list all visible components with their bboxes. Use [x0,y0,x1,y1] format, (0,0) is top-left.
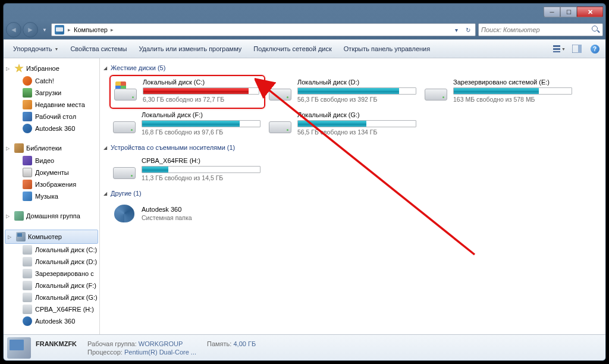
preview-pane-button[interactable] [570,42,584,55]
address-dropdown[interactable]: ▾ [450,24,462,36]
drive-caption: 11,3 ГБ свободно из 14,5 ГБ [142,174,260,181]
sidebar-item-desktop[interactable]: Рабочий стол [4,111,99,123]
navigation-pane: ▷Избранное Catch! Загрузки Недавние мест… [4,58,100,334]
chevron-down-icon: ▼ [561,47,566,51]
drive-caption: 6,30 ГБ свободно из 72,7 ГБ [143,96,259,103]
sidebar-item-documents[interactable]: Документы [4,167,99,178]
content-pane[interactable]: ◢Жесткие диски (5) Локальный диск (C:)6,… [100,58,605,334]
section-header-removable[interactable]: ◢Устройства со съемными носителями (1) [103,140,605,155]
star-icon [14,64,24,73]
sidebar-item-drive-e[interactable]: Зарезервировано с [4,268,99,280]
document-icon [23,168,32,177]
open-control-panel-button[interactable]: Открыть панель управления [338,43,436,55]
maximize-button[interactable]: ☐ [560,7,577,17]
sidebar-item-videos[interactable]: Видео [4,155,99,167]
collapse-icon[interactable]: ◢ [103,191,107,196]
section-header-hdd[interactable]: ◢Жесткие диски (5) [103,61,605,75]
sidebar-group-libraries[interactable]: ▷Библиотеки [4,142,99,155]
search-input[interactable] [481,26,592,33]
drive-name: Зарезервировано системой (E:) [453,79,572,86]
capacity-bar [142,120,260,127]
sidebar-item-drive-c[interactable]: Локальный диск (C:) [4,244,99,256]
close-button[interactable]: ✕ [577,7,603,17]
sidebar-item-drive-f[interactable]: Локальный диск (F:) [4,280,99,291]
drive-c[interactable]: Локальный диск (C:)6,30 ГБ свободно из 7… [109,75,265,109]
music-icon [23,192,32,201]
refresh-button[interactable]: ↻ [462,24,474,36]
search-icon [592,26,600,34]
drive-name: CPBA_X64FRE (H:) [142,157,260,164]
search-box[interactable] [478,23,603,36]
breadcrumb-item[interactable]: Компьютер [73,26,109,33]
back-button[interactable]: ◄ [6,22,21,37]
section-header-other[interactable]: ◢Другие (1) [103,186,605,200]
details-pane: FRANKMZFK Рабочая группа: WORKGROUP Памя… [4,334,605,360]
breadcrumb[interactable]: ▸ Компьютер ▸ [66,26,115,33]
libraries-icon [14,143,24,153]
titlebar[interactable]: ─ ☐ ✕ [4,4,605,20]
chevron-right-icon: ▸ [66,27,73,33]
address-bar[interactable]: ▸ Компьютер ▸ ▾ ↻ [51,23,476,36]
collapse-icon[interactable]: ◢ [103,65,107,71]
view-icon [553,45,560,53]
sidebar-item-drive-d[interactable]: Локальный диск (D:) [4,256,99,268]
capacity-bar [297,87,416,95]
svg-rect-2 [553,51,560,52]
sidebar-item-catch[interactable]: Catch! [4,75,99,87]
svg-rect-1 [553,48,560,50]
catch-icon [23,76,32,86]
uninstall-program-button[interactable]: Удалить или изменить программу [133,43,247,55]
expand-icon[interactable]: ▷ [6,214,10,219]
drive-f[interactable]: Локальный диск (F:)16,8 ГБ свободно из 9… [109,109,265,140]
drive-h[interactable]: CPBA_X64FRE (H:)11,3 ГБ свободно из 14,5… [109,155,265,186]
sidebar-item-music[interactable]: Музыка [4,190,99,202]
capacity-bar [143,87,259,95]
video-icon [23,156,32,165]
drive-icon [23,305,32,314]
help-button[interactable]: ? [588,42,602,55]
sidebar-item-autodesk360[interactable]: Autodesk 360 [4,123,99,134]
system-properties-button[interactable]: Свойства системы [64,43,133,55]
expand-icon[interactable]: ▷ [6,66,10,71]
folder-name: Autodesk 360 [142,206,192,213]
drive-name: Локальный диск (C:) [143,79,259,86]
minimize-button[interactable]: ─ [544,7,560,17]
drive-icon [268,80,293,102]
drive-caption: 56,5 ГБ свободно из 134 ГБ [297,128,416,136]
collapse-icon[interactable]: ◢ [103,145,107,150]
drive-caption: 56,3 ГБ свободно из 392 ГБ [297,96,416,103]
chevron-right-icon[interactable]: ▸ [109,27,115,33]
history-dropdown[interactable]: ▼ [40,24,49,35]
explorer-window: ─ ☐ ✕ ◄ ► ▼ ▸ Компьютер ▸ ▾ ↻ [3,3,606,361]
folder-autodesk360[interactable]: Autodesk 360Системная папка [109,200,265,229]
drive-caption: 163 МБ свободно из 578 МБ [453,96,572,103]
view-options-button[interactable]: ▼ [552,42,566,55]
sidebar-item-pictures[interactable]: Изображения [4,178,99,190]
recent-icon [23,100,32,109]
svg-rect-0 [553,45,560,47]
sidebar-item-downloads[interactable]: Загрузки [4,87,99,99]
drive-icon [23,245,32,255]
sidebar-group-homegroup[interactable]: ▷Домашняя группа [4,209,99,222]
drive-e[interactable]: Зарезервировано системой (E:)163 МБ своб… [421,75,577,109]
computer-icon [55,25,64,34]
sidebar-item-autodesk360-drv[interactable]: Autodesk 360 [4,315,99,327]
sidebar-group-favorites[interactable]: ▷Избранное [4,62,99,75]
drive-icon [423,80,448,102]
expand-icon[interactable]: ▷ [6,146,10,151]
autodesk-icon [114,205,134,222]
drive-g[interactable]: Локальный диск (G:)56,5 ГБ свободно из 1… [265,109,421,140]
sidebar-item-drive-h[interactable]: CPBA_X64FRE (H:) [4,303,99,315]
forward-button[interactable]: ► [23,22,38,37]
organize-menu[interactable]: Упорядочить▼ [7,43,64,55]
sidebar-item-drive-g[interactable]: Локальный диск (G:) [4,291,99,303]
drive-d[interactable]: Локальный диск (D:)56,3 ГБ свободно из 3… [265,75,421,109]
expand-icon[interactable]: ▷ [8,234,11,240]
status-computer-name: FRANKMZFK [36,340,77,347]
sidebar-item-recent[interactable]: Недавние места [4,99,99,111]
drive-name: Локальный диск (F:) [142,111,260,118]
sidebar-group-computer[interactable]: ▷Компьютер [5,230,98,244]
drive-name: Локальный диск (G:) [297,111,416,118]
pictures-icon [23,180,32,189]
map-network-drive-button[interactable]: Подключить сетевой диск [247,43,337,55]
